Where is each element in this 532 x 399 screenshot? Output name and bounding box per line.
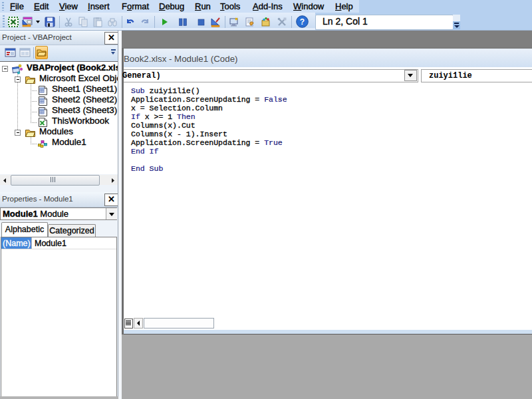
svg-text:?: ? — [300, 17, 305, 27]
